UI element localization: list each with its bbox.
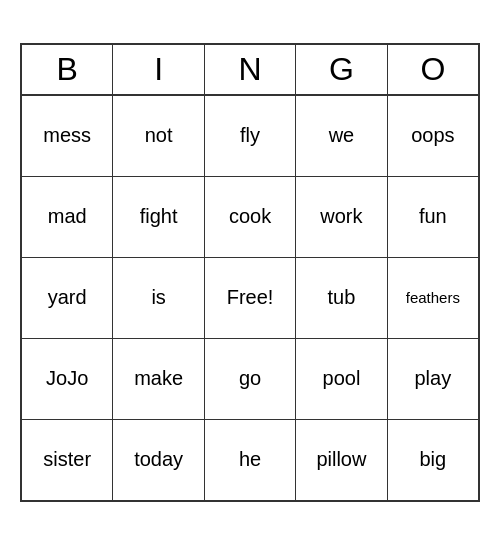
bingo-cell: oops bbox=[388, 96, 478, 176]
bingo-cell: play bbox=[388, 339, 478, 419]
header-letter: I bbox=[113, 45, 204, 94]
bingo-cell: yard bbox=[22, 258, 113, 338]
bingo-cell: work bbox=[296, 177, 387, 257]
bingo-cell: go bbox=[205, 339, 296, 419]
header-letter: B bbox=[22, 45, 113, 94]
bingo-cell: we bbox=[296, 96, 387, 176]
bingo-cell: fun bbox=[388, 177, 478, 257]
bingo-cell: he bbox=[205, 420, 296, 500]
bingo-cell: tub bbox=[296, 258, 387, 338]
bingo-row: JoJomakegopoolplay bbox=[22, 338, 478, 419]
bingo-cell: feathers bbox=[388, 258, 478, 338]
bingo-card: BINGO messnotflyweoopsmadfightcookworkfu… bbox=[20, 43, 480, 502]
header-letter: G bbox=[296, 45, 387, 94]
bingo-row: sistertodayhepillowbig bbox=[22, 419, 478, 500]
header-letter: N bbox=[205, 45, 296, 94]
bingo-cell: fly bbox=[205, 96, 296, 176]
bingo-row: madfightcookworkfun bbox=[22, 176, 478, 257]
bingo-cell: big bbox=[388, 420, 478, 500]
bingo-header: BINGO bbox=[22, 45, 478, 96]
bingo-cell: today bbox=[113, 420, 204, 500]
bingo-cell: sister bbox=[22, 420, 113, 500]
bingo-cell: mess bbox=[22, 96, 113, 176]
bingo-cell: not bbox=[113, 96, 204, 176]
bingo-row: messnotflyweoops bbox=[22, 96, 478, 176]
bingo-cell: is bbox=[113, 258, 204, 338]
bingo-cell: mad bbox=[22, 177, 113, 257]
bingo-cell: Free! bbox=[205, 258, 296, 338]
bingo-body: messnotflyweoopsmadfightcookworkfunyardi… bbox=[22, 96, 478, 500]
bingo-row: yardisFree!tubfeathers bbox=[22, 257, 478, 338]
bingo-cell: make bbox=[113, 339, 204, 419]
bingo-cell: fight bbox=[113, 177, 204, 257]
bingo-cell: JoJo bbox=[22, 339, 113, 419]
bingo-cell: cook bbox=[205, 177, 296, 257]
bingo-cell: pool bbox=[296, 339, 387, 419]
bingo-cell: pillow bbox=[296, 420, 387, 500]
header-letter: O bbox=[388, 45, 478, 94]
